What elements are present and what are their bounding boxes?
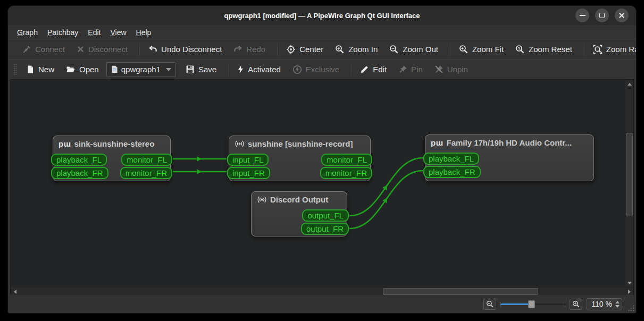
scroll-up-button[interactable] xyxy=(625,80,634,88)
node-header: sunshine [sunshine-record] xyxy=(229,136,370,150)
port-monitor-fr[interactable]: monitor_FR xyxy=(320,167,372,179)
open-button[interactable]: Open xyxy=(62,63,103,76)
center-label: Center xyxy=(299,45,323,54)
pin-icon xyxy=(398,65,407,74)
connect-label: Connect xyxy=(35,45,65,54)
new-button[interactable]: New xyxy=(22,63,58,76)
pin-button[interactable]: Pin xyxy=(394,63,427,76)
port-playback-fl[interactable]: playback_FL xyxy=(423,153,479,165)
connect-icon xyxy=(22,45,31,54)
port-playback-fr[interactable]: playback_FR xyxy=(423,166,481,178)
center-button[interactable]: Center xyxy=(282,43,328,56)
menu-graph[interactable]: Graph xyxy=(12,27,43,38)
node-header: pɯ sink-sunshine-stereo xyxy=(53,136,170,150)
node-sunshine[interactable]: sunshine [sunshine-record] input_FL inpu… xyxy=(229,136,371,181)
output-ports: monitor_FL monitor_FR xyxy=(320,154,372,179)
close-button[interactable] xyxy=(615,9,629,22)
unpin-icon xyxy=(434,65,444,74)
arrow-right-icon xyxy=(628,290,631,294)
disconnect-button[interactable]: Disconnect xyxy=(72,43,132,56)
port-input-fl[interactable]: input_FL xyxy=(227,154,269,166)
node-title: sunshine [sunshine-record] xyxy=(248,139,353,148)
window-title: qpwgraph1 [modified] — A PipeWire Graph … xyxy=(224,12,420,20)
open-label: Open xyxy=(79,65,99,74)
connect-button[interactable]: Connect xyxy=(18,43,69,56)
activated-toggle[interactable]: Activated xyxy=(233,63,285,76)
node-family-hd-audio[interactable]: pɯ Family 17h/19h HD Audio Contr... play… xyxy=(425,134,594,181)
toolbar-separator xyxy=(351,63,352,76)
maximize-icon xyxy=(599,13,605,18)
exclusive-toggle[interactable]: Exclusive xyxy=(288,63,344,77)
stream-icon xyxy=(235,139,245,148)
menu-help[interactable]: Help xyxy=(131,27,156,38)
output-ports: monitor_FL monitor_FR xyxy=(120,154,172,179)
port-monitor-fl[interactable]: monitor_FL xyxy=(121,154,172,166)
input-ports: playback_FL playback_FR xyxy=(423,153,481,178)
vertical-scrollbar[interactable] xyxy=(625,80,633,287)
zoom-in-button[interactable]: Zoom In xyxy=(331,43,382,56)
horizontal-scrollbar[interactable] xyxy=(11,287,633,295)
patchbay-file-name: qpwgraph1 xyxy=(121,65,161,74)
node-sink-sunshine-stereo[interactable]: pɯ sink-sunshine-stereo playback_FL play… xyxy=(53,136,171,181)
redo-button[interactable]: Redo xyxy=(229,43,270,56)
zoom-slider-handle[interactable] xyxy=(528,300,535,308)
zoom-slider[interactable] xyxy=(500,299,565,309)
qpwgraph-window: qpwgraph1 [modified] — A PipeWire Graph … xyxy=(7,5,637,314)
chevron-down-icon xyxy=(166,68,171,71)
menu-patchbay[interactable]: Patchbay xyxy=(43,27,83,38)
minimize-button[interactable] xyxy=(575,9,589,22)
zoom-in-icon xyxy=(572,300,580,308)
unpin-button[interactable]: Unpin xyxy=(430,63,472,76)
zoom-percentage-spinbox[interactable]: 110 % xyxy=(587,298,622,310)
zoom-range-button[interactable]: Zoom Range xyxy=(589,43,637,56)
menubar: Graph Patchbay Edit View Help xyxy=(8,26,636,39)
input-ports: playback_FL playback_FR xyxy=(51,154,108,179)
statusbar-zoom-out-button[interactable] xyxy=(483,299,496,310)
toolbar-drag-handle[interactable] xyxy=(13,64,17,75)
port-monitor-fl[interactable]: monitor_FL xyxy=(321,154,372,166)
pin-label: Pin xyxy=(411,65,423,74)
port-playback-fr[interactable]: playback_FR xyxy=(51,167,108,179)
toolbar-separator xyxy=(277,43,278,56)
graph-canvas[interactable]: pɯ sink-sunshine-stereo playback_FL play… xyxy=(11,80,625,287)
undo-button[interactable]: Undo Disconnect xyxy=(144,43,226,56)
menu-edit[interactable]: Edit xyxy=(83,27,105,38)
port-input-fr[interactable]: input_FR xyxy=(227,167,270,179)
screen: qpwgraph1 [modified] — A PipeWire Graph … xyxy=(0,0,644,321)
port-playback-fl[interactable]: playback_FL xyxy=(51,154,107,166)
activated-label: Activated xyxy=(248,65,281,74)
zoom-range-icon xyxy=(593,45,603,54)
undo-label: Undo Disconnect xyxy=(161,45,222,54)
port-output-fl[interactable]: output_FL xyxy=(302,209,349,222)
zoom-out-button[interactable]: Zoom Out xyxy=(385,43,442,56)
patchbay-file-selector[interactable]: qpwgraph1 xyxy=(106,62,176,77)
zoom-in-icon xyxy=(335,45,345,54)
zoom-reset-button[interactable]: Zoom Reset xyxy=(511,43,576,56)
spin-up-icon[interactable] xyxy=(615,301,620,303)
port-output-fr[interactable]: output_FR xyxy=(301,223,349,235)
scroll-down-button[interactable] xyxy=(625,278,634,287)
connection-wires xyxy=(11,80,625,287)
vertical-scrollbar-thumb[interactable] xyxy=(626,133,633,216)
exclusive-label: Exclusive xyxy=(306,65,339,74)
arrow-down-icon xyxy=(628,282,632,284)
window-controls xyxy=(575,9,629,22)
statusbar-zoom-in-button[interactable] xyxy=(570,299,582,310)
save-button[interactable]: Save xyxy=(181,63,221,76)
titlebar[interactable]: qpwgraph1 [modified] — A PipeWire Graph … xyxy=(8,6,636,26)
maximize-button[interactable] xyxy=(595,9,609,22)
patchbay-file-icon xyxy=(111,65,118,73)
edit-button[interactable]: Edit xyxy=(356,63,391,76)
menu-view[interactable]: View xyxy=(105,27,131,38)
port-monitor-fr[interactable]: monitor_FR xyxy=(120,167,172,179)
zoom-fit-button[interactable]: Zoom Fit xyxy=(455,43,508,56)
window-resize-grip[interactable] xyxy=(628,305,634,311)
node-discord-output[interactable]: Discord Output output_FL output_FR xyxy=(251,191,347,236)
horizontal-scrollbar-thumb[interactable] xyxy=(383,288,538,295)
close-icon xyxy=(618,12,625,19)
stream-icon xyxy=(257,195,267,204)
toolbar-separator xyxy=(139,43,140,56)
spin-down-icon[interactable] xyxy=(615,305,620,308)
zoom-fit-icon xyxy=(459,45,469,54)
exclusive-bolt-icon xyxy=(292,65,302,74)
